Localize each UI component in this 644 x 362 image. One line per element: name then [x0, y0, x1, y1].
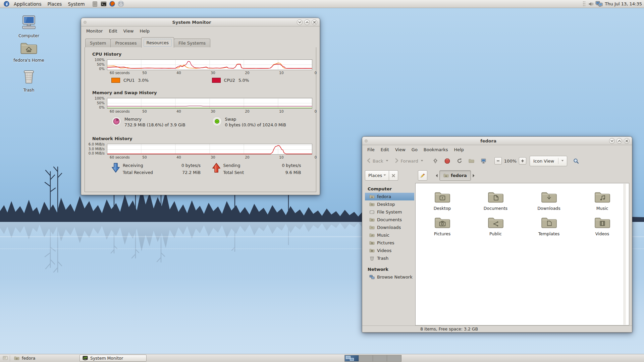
- sysmon-titlebar[interactable]: System Monitor: [81, 18, 320, 26]
- legend-label: Swap: [225, 116, 286, 122]
- network-history-chart: [107, 144, 312, 155]
- sysmon-close-button[interactable]: [312, 19, 317, 25]
- home-button[interactable]: [466, 156, 478, 166]
- file-public[interactable]: Public: [469, 216, 522, 241]
- sysmon-menu-help[interactable]: Help: [137, 27, 153, 35]
- filemgr-menu-file[interactable]: File: [364, 146, 378, 153]
- breadcrumb-right-icon[interactable]: [471, 170, 477, 181]
- file-pictures[interactable]: Pictures: [416, 216, 469, 241]
- places-dropdown[interactable]: Places: [365, 170, 389, 181]
- back-dropdown-icon[interactable]: [385, 159, 389, 164]
- back-button[interactable]: Back: [365, 156, 390, 166]
- filemgr-titlebar[interactable]: fedora: [362, 137, 632, 145]
- sidebar-item-videos[interactable]: Videos: [365, 247, 414, 254]
- terminal-launcher-icon[interactable]: [100, 0, 107, 8]
- file-documents[interactable]: Documents: [469, 190, 522, 216]
- file-downloads[interactable]: Downloads: [522, 190, 576, 216]
- web-browser-launcher-icon[interactable]: [109, 0, 116, 8]
- volume-icon[interactable]: [587, 1, 595, 7]
- desktop-icon-fedora-s-home[interactable]: fedora's Home: [13, 41, 45, 63]
- sidebar-item-documents[interactable]: Documents: [365, 216, 414, 224]
- forward-button[interactable]: Forward: [393, 156, 425, 166]
- filemgr-menu-help[interactable]: Help: [451, 146, 467, 153]
- forward-dropdown-icon[interactable]: [420, 159, 424, 164]
- email-launcher-icon[interactable]: [117, 0, 125, 8]
- cpu-history-heading: CPU History: [92, 52, 312, 57]
- top-panel: ApplicationsPlacesSystem Thu Jul 13, 14:…: [0, 0, 644, 8]
- back-icon: [366, 158, 371, 164]
- view-mode-dropdown[interactable]: Icon View: [530, 156, 567, 166]
- reload-button[interactable]: [453, 156, 466, 166]
- sidebar-item-browse-network[interactable]: Browse Network: [365, 273, 414, 281]
- fedora-s-home-icon: [20, 50, 38, 57]
- file-manager-launcher-icon[interactable]: [91, 0, 99, 8]
- documents-folder-icon: [469, 190, 522, 205]
- sidebar-item-fedora[interactable]: fedora: [365, 193, 414, 200]
- downloads-icon: [369, 225, 375, 230]
- up-button[interactable]: [429, 156, 441, 166]
- desktop-icon-label: Trash: [13, 87, 45, 93]
- filemgr-minimize-button[interactable]: [609, 138, 615, 144]
- sysmon-maximize-button[interactable]: [304, 19, 310, 25]
- filemgr-menu-bookmarks[interactable]: Bookmarks: [421, 146, 451, 153]
- tab-system[interactable]: System: [85, 39, 111, 47]
- sidebar-item-trash[interactable]: Trash: [365, 254, 414, 262]
- computer-button[interactable]: [478, 156, 490, 166]
- breadcrumb-left-icon[interactable]: [434, 170, 439, 181]
- legend-label: Receiving: [123, 163, 174, 168]
- tab-file-systems[interactable]: File Systems: [174, 39, 210, 47]
- menu-applications[interactable]: Applications: [11, 1, 44, 7]
- menu-places[interactable]: Places: [44, 1, 65, 7]
- scrollbar-track[interactable]: [624, 184, 626, 325]
- file-music[interactable]: Music: [576, 190, 629, 216]
- zoom-out-button[interactable]: [494, 157, 502, 165]
- workspace-1[interactable]: [345, 355, 359, 361]
- sysmon-menu-view[interactable]: View: [120, 27, 137, 35]
- sysmon-menu-monitor[interactable]: Monitor: [83, 27, 106, 35]
- downloads-folder-icon: [522, 190, 576, 205]
- menu-system[interactable]: System: [65, 1, 88, 7]
- file-templates[interactable]: Templates: [522, 216, 576, 241]
- fedora-menu-icon[interactable]: [3, 0, 10, 8]
- desktop-icon-trash[interactable]: Trash: [13, 68, 45, 93]
- memory-history-chart: [107, 98, 312, 109]
- sidebar-item-downloads[interactable]: Downloads: [365, 224, 414, 231]
- tab-processes[interactable]: Processes: [110, 39, 141, 47]
- tab-resources[interactable]: Resources: [141, 37, 174, 48]
- workspace-2[interactable]: [359, 355, 373, 361]
- filemgr-close-button[interactable]: [624, 138, 630, 144]
- sysmon-minimize-button[interactable]: [297, 19, 303, 25]
- music-icon: [369, 233, 375, 237]
- sidebar-item-music[interactable]: Music: [365, 231, 414, 239]
- applet-handle[interactable]: [583, 1, 586, 7]
- panel-launchers: [91, 0, 125, 8]
- workspace-3[interactable]: [373, 355, 387, 361]
- stop-button[interactable]: [441, 156, 453, 166]
- desktop-icon-computer[interactable]: Computer: [13, 15, 45, 38]
- sidebar-item-label: Music: [377, 233, 389, 238]
- file-videos[interactable]: Videos: [576, 216, 629, 241]
- sysmon-menu-edit[interactable]: Edit: [106, 27, 120, 35]
- filemgr-menu-go[interactable]: Go: [409, 146, 421, 153]
- breadcrumb-fedora[interactable]: fedora: [439, 170, 471, 181]
- clock[interactable]: Thu Jul 13, 14:35: [605, 1, 642, 6]
- zoom-in-button[interactable]: [519, 157, 526, 165]
- close-sidebar-button[interactable]: [389, 170, 398, 181]
- show-desktop-button[interactable]: [1, 355, 9, 362]
- task-list: fedoraSystem Monitor: [11, 355, 147, 362]
- workspace-switcher: [344, 355, 401, 362]
- search-button[interactable]: [570, 156, 582, 166]
- file-desktop[interactable]: Desktop: [416, 190, 469, 216]
- edit-location-button[interactable]: [418, 170, 427, 181]
- filemgr-menu-edit[interactable]: Edit: [378, 146, 392, 153]
- sidebar-item-pictures[interactable]: Pictures: [365, 239, 414, 247]
- sidebar-item-file-system[interactable]: File System: [365, 208, 414, 216]
- network-status-icon[interactable]: [595, 1, 603, 7]
- taskbar-item-system-monitor[interactable]: System Monitor: [79, 355, 147, 362]
- workspace-4[interactable]: [387, 355, 401, 361]
- sidebar-item-desktop[interactable]: Desktop: [365, 200, 414, 208]
- templates-folder-icon: [522, 216, 576, 231]
- filemgr-maximize-button[interactable]: [616, 138, 622, 144]
- filemgr-menu-view[interactable]: View: [392, 146, 409, 153]
- taskbar-item-fedora[interactable]: fedora: [11, 355, 62, 362]
